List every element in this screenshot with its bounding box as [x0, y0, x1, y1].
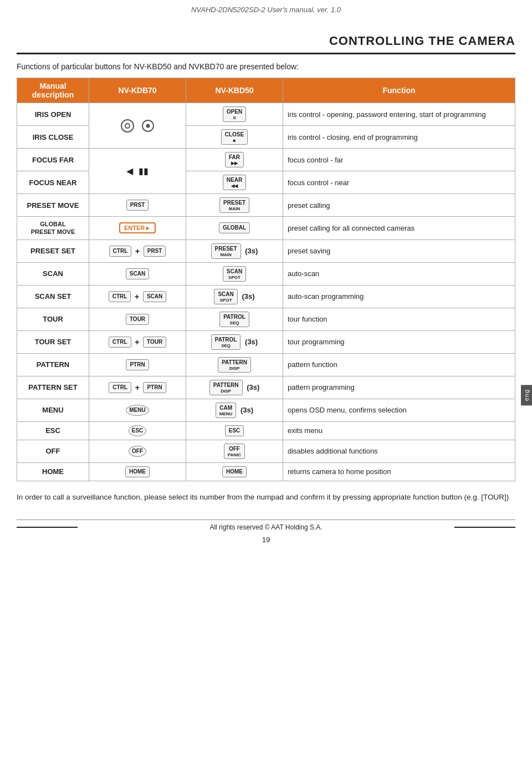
kbd50-pattern-set: PATTERNDISP (3s): [186, 376, 283, 399]
table-row: OFF OFF OFFPANIC disables additional fun…: [17, 440, 515, 462]
manual-label: FOCUS FAR: [17, 149, 89, 171]
btn-ctrl2: CTRL: [109, 291, 131, 302]
function-preset-move: preset calling: [283, 194, 515, 217]
btn-scan-spot: SCANSPOT: [223, 266, 246, 282]
kdb70-global-preset: ENTER►: [89, 217, 186, 240]
manual-label: PATTERN: [17, 353, 89, 376]
col-header-manual: Manualdescription: [17, 78, 89, 103]
kdb70-iris: [89, 103, 186, 149]
function-scan-set: auto-scan programming: [283, 285, 515, 308]
iris-close-icon: [142, 120, 154, 132]
btn-esc: ESC: [129, 425, 147, 436]
kbd50-focus-far: FAR▶▶: [186, 149, 283, 171]
btn-patrol-seq: PATROLSEQ: [219, 312, 249, 327]
function-home: returns camera to home position: [283, 462, 515, 481]
manual-label: TOUR: [17, 308, 89, 330]
kbd50-iris-close: CLOSE■: [186, 126, 283, 149]
btn-preset-main: PRESETMAIN: [219, 197, 249, 213]
btn-off: OFF: [129, 446, 146, 457]
kbd50-global-preset: GLOBAL: [186, 217, 283, 240]
btn-scan-spot2: SCANSPOT: [214, 289, 237, 304]
btn-tour2: TOUR: [143, 337, 166, 348]
title-divider: [17, 53, 515, 54]
btn-tour: TOUR: [126, 314, 149, 325]
function-iris-close: iris control - closing, end of programmi…: [283, 126, 515, 149]
btn-pattern-disp: PATTERNDISP: [218, 357, 251, 373]
btn-esc2: ESC: [225, 425, 244, 436]
manual-label: ESC: [17, 421, 89, 440]
page-number: 19: [17, 536, 515, 544]
btn-home: HOME: [125, 466, 150, 477]
kbd50-home: HOME: [186, 462, 283, 481]
kbd50-pattern: PATTERNDISP: [186, 353, 283, 376]
table-row: IRIS OPEN OPENII iris contr: [17, 103, 515, 126]
btn-cam-menu: CAMMENU: [216, 403, 237, 418]
btn-ptrn2: PTRN: [143, 382, 166, 393]
kdb70-focus: ◀ ▮▮: [89, 149, 186, 194]
function-pattern-set: pattern programming: [283, 376, 515, 399]
table-row: TOUR SET CTRL + TOUR PATROLSEQ (3s) tour…: [17, 330, 515, 353]
manual-label: FOCUS NEAR: [17, 171, 89, 194]
eng-tab: eng: [521, 385, 532, 405]
kbd50-menu: CAMMENU (3s): [186, 399, 283, 421]
btn-far: FAR▶▶: [225, 152, 244, 167]
table-row: SCAN SET CTRL + SCAN SCANSPOT (3s) auto-…: [17, 285, 515, 308]
main-table: Manualdescription NV-KDB70 NV-KBD50 Func…: [17, 78, 515, 481]
kbd50-preset-move: PRESETMAIN: [186, 194, 283, 217]
doc-title: NVAHD-2DN5202SD-2 User's manual, ver. 1.…: [17, 0, 515, 17]
table-row: SCAN SCAN SCANSPOT auto-scan: [17, 262, 515, 285]
function-pattern: pattern function: [283, 353, 515, 376]
btn-ctrl3: CTRL: [109, 337, 131, 348]
btn-prst: PRST: [126, 200, 149, 211]
col-header-kdb70: NV-KDB70: [89, 78, 186, 103]
btn-off-panic: OFFPANIC: [224, 444, 245, 459]
btn-close: CLOSE■: [221, 129, 248, 145]
function-preset-set: preset saving: [283, 240, 515, 262]
function-global-preset: preset calling for all connected cameras: [283, 217, 515, 240]
kbd50-off: OFFPANIC: [186, 440, 283, 462]
btn-home2: HOME: [222, 466, 247, 477]
table-row: PRESET MOVE PRST PRESETMAIN preset calli…: [17, 194, 515, 217]
manual-label: PATTERN SET: [17, 376, 89, 399]
table-header-row: Manualdescription NV-KDB70 NV-KBD50 Func…: [17, 78, 515, 103]
kdb70-preset-set: CTRL + PRST: [89, 240, 186, 262]
btn-menu: MENU: [126, 405, 149, 416]
table-row: PATTERN SET CTRL + PTRN PATTERNDISP (3s)…: [17, 376, 515, 399]
main-heading: CONTROLLING THE CAMERA: [17, 34, 515, 48]
btn-prst2: PRST: [144, 246, 166, 257]
manual-label: PRESET MOVE: [17, 194, 89, 217]
btn-pattern-disp2: PATTERNDISP: [209, 380, 243, 395]
kbd50-focus-near: NEAR◀◀: [186, 171, 283, 194]
kbd50-tour: PATROLSEQ: [186, 308, 283, 330]
manual-label: PRESET SET: [17, 240, 89, 262]
page-footer: All rights reserved © AAT Holding S.A.: [17, 520, 515, 531]
manual-label: MENU: [17, 399, 89, 421]
table-row: PRESET SET CTRL + PRST PRESETMAIN (3s) p…: [17, 240, 515, 262]
table-row: TOUR TOUR PATROLSEQ tour function: [17, 308, 515, 330]
btn-scan: SCAN: [126, 268, 149, 279]
btn-ptrn: PTRN: [126, 359, 149, 370]
function-focus-near: focus control - near: [283, 171, 515, 194]
kbd50-scan: SCANSPOT: [186, 262, 283, 285]
btn-enter: ENTER►: [119, 222, 156, 233]
col-header-kbd50: NV-KBD50: [186, 78, 283, 103]
function-scan: auto-scan: [283, 262, 515, 285]
kdb70-menu: MENU: [89, 399, 186, 421]
kdb70-scan-set: CTRL + SCAN: [89, 285, 186, 308]
kdb70-scan: SCAN: [89, 262, 186, 285]
table-row: FOCUS FAR ◀ ▮▮ FAR▶▶ focus control - far: [17, 149, 515, 171]
table-row: HOME HOME HOME returns camera to home po…: [17, 462, 515, 481]
kdb70-tour-set: CTRL + TOUR: [89, 330, 186, 353]
manual-label: IRIS CLOSE: [17, 126, 89, 149]
footer-text: In order to call a surveillance function…: [17, 491, 515, 503]
footer-line-right: [454, 527, 515, 528]
function-off: disables additional functions: [283, 440, 515, 462]
btn-ctrl4: CTRL: [109, 382, 131, 393]
btn-open: OPENII: [223, 106, 246, 122]
function-tour: tour function: [283, 308, 515, 330]
function-tour-set: tour programming: [283, 330, 515, 353]
table-row: PATTERN PTRN PATTERNDISP pattern functio…: [17, 353, 515, 376]
table-row: GLOBALPRESET MOVE ENTER► GLOBAL preset c…: [17, 217, 515, 240]
copyright: All rights reserved © AAT Holding S.A.: [78, 523, 454, 531]
manual-label: OFF: [17, 440, 89, 462]
